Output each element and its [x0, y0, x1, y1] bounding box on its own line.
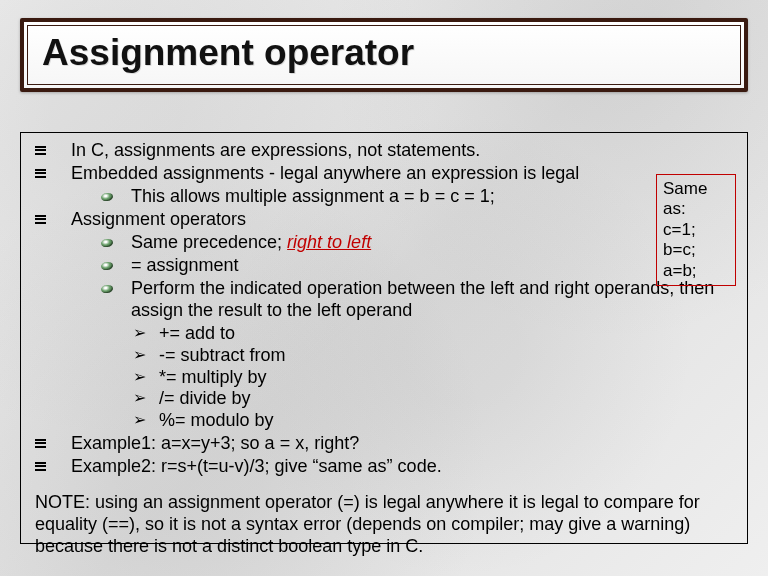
bullet-lvl3: ➢ *= multiply by — [133, 367, 739, 389]
bullet-text: -= subtract from — [159, 345, 739, 367]
bullet-lvl3: ➢ -= subtract from — [133, 345, 739, 367]
bars-icon — [29, 209, 71, 231]
same-as-callout: Same as: c=1; b=c; a=b; — [656, 174, 736, 286]
bullet-text: *= multiply by — [159, 367, 739, 389]
bullet-text: Same precedence; right to left — [131, 232, 739, 254]
leaf-icon — [101, 255, 131, 277]
callout-line: Same as: — [663, 179, 729, 220]
arrow-icon: ➢ — [133, 323, 159, 345]
bullet-text: %= modulo by — [159, 410, 739, 432]
arrow-icon: ➢ — [133, 367, 159, 389]
bars-icon — [29, 140, 71, 162]
bullet-lvl2: This allows multiple assignment a = b = … — [101, 186, 739, 208]
bullet-lvl1: In C, assignments are expressions, not s… — [29, 140, 739, 162]
bullet-text: Example2: r=s+(t=u-v)/3; give “same as” … — [71, 456, 739, 478]
bars-icon — [29, 433, 71, 455]
bullet-text: Embedded assignments - legal anywhere an… — [71, 163, 739, 185]
note-text: NOTE: using an assignment operator (=) i… — [29, 492, 739, 558]
slide-title: Assignment operator — [42, 32, 726, 74]
bullet-lvl2: Perform the indicated operation between … — [101, 278, 739, 322]
bullet-lvl1: Embedded assignments - legal anywhere an… — [29, 163, 739, 185]
arrow-icon: ➢ — [133, 388, 159, 410]
leaf-icon — [101, 186, 131, 208]
arrow-icon: ➢ — [133, 410, 159, 432]
bullet-lvl3: ➢ += add to — [133, 323, 739, 345]
bullet-lvl1: Assignment operators — [29, 209, 739, 231]
bullet-text: Assignment operators — [71, 209, 739, 231]
callout-line: a=b; — [663, 261, 729, 281]
bullet-lvl1: Example2: r=s+(t=u-v)/3; give “same as” … — [29, 456, 739, 478]
title-frame: Assignment operator — [20, 18, 748, 92]
text-prefix: Same precedence; — [131, 232, 287, 252]
leaf-icon — [101, 278, 131, 322]
bullet-lvl3: ➢ %= modulo by — [133, 410, 739, 432]
bullet-text: Perform the indicated operation between … — [131, 278, 739, 322]
bullet-lvl2: Same precedence; right to left — [101, 232, 739, 254]
bullet-text: This allows multiple assignment a = b = … — [131, 186, 739, 208]
bars-icon — [29, 163, 71, 185]
bullet-text: = assignment — [131, 255, 739, 277]
bullet-lvl3: ➢ /= divide by — [133, 388, 739, 410]
bullet-lvl2: = assignment — [101, 255, 739, 277]
bars-icon — [29, 456, 71, 478]
callout-line: c=1; — [663, 220, 729, 240]
emphasis-text: right to left — [287, 232, 371, 252]
title-inner: Assignment operator — [27, 25, 741, 85]
bullet-text: Example1: a=x=y+3; so a = x, right? — [71, 433, 739, 455]
bullet-text: += add to — [159, 323, 739, 345]
bullet-text: /= divide by — [159, 388, 739, 410]
bullet-lvl1: Example1: a=x=y+3; so a = x, right? — [29, 433, 739, 455]
content-box: In C, assignments are expressions, not s… — [20, 132, 748, 544]
leaf-icon — [101, 232, 131, 254]
arrow-icon: ➢ — [133, 345, 159, 367]
bullet-text: In C, assignments are expressions, not s… — [71, 140, 739, 162]
callout-line: b=c; — [663, 240, 729, 260]
